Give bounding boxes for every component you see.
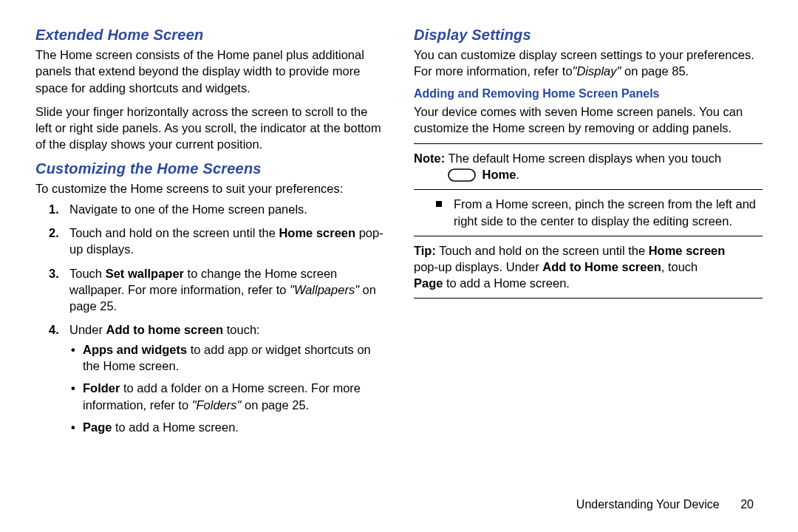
paragraph: You can customize display screen setting…: [414, 47, 763, 80]
bullet-item: Folder to add a folder on a Home screen.…: [69, 380, 384, 413]
bold-text: Apps and widgets: [83, 343, 187, 356]
bold-text: Add to Home screen: [542, 260, 661, 273]
bold-text: Set wallpaper: [106, 267, 184, 280]
note-block: Note: The default Home screen displays w…: [414, 150, 763, 183]
heading-display-settings: Display Settings: [414, 27, 763, 44]
divider: [414, 143, 763, 144]
bold-text: Home screen: [649, 244, 726, 257]
divider: [414, 236, 763, 236]
numbered-steps: Navigate to one of the Home screen panel…: [35, 201, 384, 435]
text: , touch: [661, 260, 698, 273]
text: on page 25.: [241, 398, 309, 412]
bullet-item: Apps and widgets to add app or widget sh…: [69, 341, 384, 375]
page-footer: Understanding Your Device 20: [576, 498, 754, 511]
step-1: Navigate to one of the Home screen panel…: [35, 201, 384, 217]
text: Under: [69, 323, 106, 336]
bold-text: Folder: [83, 381, 120, 395]
text: touch:: [223, 323, 260, 336]
note-label: Note:: [414, 151, 445, 165]
heading-customizing-home-screens: Customizing the Home Screens: [35, 160, 384, 177]
bold-text: Add to home screen: [106, 323, 224, 336]
note-line-2: Home.: [414, 166, 763, 183]
text: on page 85.: [621, 64, 689, 78]
italic-ref: "Wallpapers": [290, 283, 359, 296]
home-button-icon: [448, 168, 476, 182]
tip-line-2: pop-up displays. Under Add to Home scree…: [414, 259, 763, 292]
section-title: Understanding Your Device: [576, 498, 720, 511]
text: From a Home screen, pinch the screen fro…: [454, 197, 756, 228]
tip-block: Tip: Touch and hold on the screen until …: [414, 242, 763, 292]
paragraph: The Home screen consists of the Home pan…: [35, 47, 384, 96]
paragraph: To customize the Home screens to suit yo…: [35, 180, 384, 197]
text: to add a Home screen.: [443, 276, 570, 290]
manual-page: Extended Home Screen The Home screen con…: [0, 0, 798, 532]
text: Touch: [69, 267, 106, 280]
page-number: 20: [740, 498, 754, 511]
tip-label: Tip:: [414, 244, 436, 257]
paragraph: Slide your finger horizontally across th…: [35, 103, 384, 153]
text: Touch and hold on the screen until the: [436, 244, 649, 257]
bullet-item: Page to add a Home screen.: [69, 419, 384, 435]
square-bullet-list: From a Home screen, pinch the screen fro…: [436, 196, 763, 230]
step-4: Under Add to home screen touch: Apps and…: [35, 321, 384, 435]
divider: [414, 298, 763, 299]
italic-ref: "Folders": [192, 398, 242, 412]
bold-text: Page: [414, 276, 443, 290]
bold-text: Home: [482, 168, 516, 181]
text: pop-up displays. Under: [414, 260, 542, 273]
subheading-adding-removing-panels: Adding and Removing Home Screen Panels: [414, 87, 763, 100]
text: Touch and hold on the screen until the: [69, 226, 279, 239]
bullet-sublist: Apps and widgets to add app or widget sh…: [69, 341, 384, 435]
svg-rect-0: [449, 169, 475, 181]
divider: [414, 189, 763, 190]
left-column: Extended Home Screen The Home screen con…: [35, 27, 384, 443]
right-column: Display Settings You can customize displ…: [414, 27, 763, 443]
square-bullet-item: From a Home screen, pinch the screen fro…: [436, 196, 763, 230]
two-column-layout: Extended Home Screen The Home screen con…: [35, 27, 763, 443]
italic-ref: "Display": [573, 64, 621, 78]
text: Navigate to one of the Home screen panel…: [69, 202, 307, 216]
text: to add a Home screen.: [112, 420, 239, 434]
paragraph: Your device comes with seven Home screen…: [414, 103, 763, 137]
step-3: Touch Set wallpaper to change the Home s…: [35, 265, 384, 315]
bold-text: Page: [83, 420, 112, 434]
text: .: [516, 168, 519, 181]
text: The default Home screen displays when yo…: [445, 151, 721, 165]
heading-extended-home-screen: Extended Home Screen: [35, 27, 384, 44]
step-2: Touch and hold on the screen until the H…: [35, 225, 384, 258]
bold-text: Home screen: [279, 226, 355, 239]
